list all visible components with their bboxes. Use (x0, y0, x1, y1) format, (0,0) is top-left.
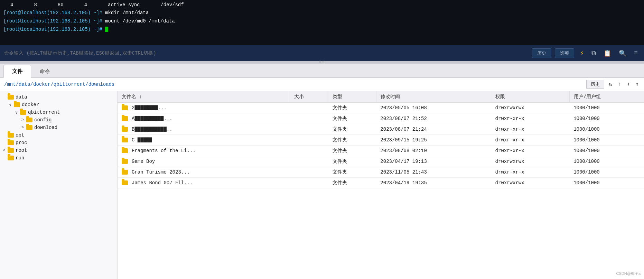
file-cell-用户/用户组: 1000/1000 (569, 178, 644, 188)
table-row[interactable]: Gran Turismo 2023...文件夹2023/11/05 21:43d… (118, 167, 644, 178)
table-row[interactable]: 2████████...文件夹2023/05/05 16:08drwxrwxrw… (118, 103, 644, 113)
tree-item-label: download (34, 125, 57, 130)
folder-icon (8, 95, 14, 100)
file-cell-修改时间: 2023/09/15 19:25 (376, 135, 491, 146)
path-input[interactable] (4, 82, 583, 87)
upload-icon[interactable]: ⬆ (634, 81, 640, 88)
file-name-cell[interactable]: James Bond 007 Fil... (118, 178, 290, 188)
folder-icon (122, 105, 128, 110)
table-row[interactable]: B███████████..文件夹2023/08/07 21:24drwxr-x… (118, 124, 644, 135)
tree-toggle[interactable]: ∨ (9, 102, 14, 108)
file-name-cell[interactable]: 2████████... (118, 103, 290, 113)
tree-item-run[interactable]: run (0, 154, 117, 162)
tree-item-qbittorrent[interactable]: ∨qbittorrent (0, 109, 117, 116)
folder-icon (8, 140, 14, 145)
terminal-header-col: 4 (10, 2, 13, 8)
file-cell-修改时间: 2023/08/07 21:24 (376, 124, 491, 135)
file-cell-大小 (290, 167, 328, 178)
file-table: 文件名 ↑大小类型修改时间权限用户/用户组 2████████...文件夹202… (118, 91, 644, 188)
file-cell-权限: drwxr-xr-x (491, 113, 570, 124)
file-cell-类型: 文件夹 (328, 167, 376, 178)
tree-item-opt[interactable]: opt (0, 131, 117, 139)
file-cell-修改时间: 2023/05/05 16:08 (376, 103, 491, 113)
file-cell-大小 (290, 146, 328, 156)
tree-item-download[interactable]: >download (0, 124, 117, 131)
copy-icon[interactable]: ⧉ (589, 50, 598, 57)
file-cell-权限: drwxr-xr-x (491, 135, 570, 146)
tree-toggle[interactable]: > (21, 125, 26, 130)
file-cell-用户/用户组: 1000/1000 (569, 146, 644, 156)
terminal-line: [root@localhost(192.168.2.105) ~]# mount… (3, 17, 641, 26)
file-table-header-权限[interactable]: 权限 (491, 91, 570, 103)
folder-icon (122, 138, 128, 142)
tree-toggle[interactable]: > (3, 148, 8, 153)
file-table-header-类型[interactable]: 类型 (328, 91, 376, 103)
tab-命令[interactable]: 命令 (31, 65, 59, 77)
file-table-header-修改时间[interactable]: 修改时间 (376, 91, 491, 103)
file-cell-修改时间: 2023/04/19 19:35 (376, 178, 491, 188)
tree-item-root[interactable]: >root (0, 147, 117, 154)
tree-item-label: root (16, 148, 27, 153)
tree-item-docker[interactable]: ∨docker (0, 101, 117, 109)
search-icon[interactable]: 🔍 (617, 49, 628, 57)
file-name-cell[interactable]: Gran Turismo 2023... (118, 167, 290, 178)
file-cell-权限: drwxrwxrwx (491, 156, 570, 167)
file-name-cell[interactable]: B███████████.. (118, 124, 290, 135)
file-cell-修改时间: 2023/04/17 19:13 (376, 156, 491, 167)
options-button[interactable]: 选项 (555, 48, 574, 58)
file-cell-大小 (290, 103, 328, 113)
file-cell-类型: 文件夹 (328, 156, 376, 167)
folder-icon (122, 148, 128, 153)
file-cell-大小 (290, 156, 328, 167)
command-bar: 历史 选项 ⚡ ⧉ 📋 🔍 ≡ (0, 45, 644, 61)
table-row[interactable]: Fragments of the Li...文件夹2023/08/08 02:1… (118, 146, 644, 156)
tree-toggle[interactable]: ∨ (15, 110, 20, 115)
up-icon[interactable]: ↑ (617, 81, 622, 87)
terminal-header-col: active sync (108, 2, 140, 8)
file-cell-用户/用户组: 1000/1000 (569, 167, 644, 178)
path-history-button[interactable]: 历史 (586, 80, 604, 89)
file-cell-权限: drwxrwxrwx (491, 178, 570, 188)
tree-item-proc[interactable]: proc (0, 139, 117, 147)
terminal-cursor (105, 27, 108, 32)
file-name-cell[interactable]: C █████ (118, 135, 290, 146)
terminal-line: [root@localhost(192.168.2.105) ~]# mkdir… (3, 9, 641, 17)
file-cell-用户/用户组: 1000/1000 (569, 103, 644, 113)
table-row[interactable]: Game Boy文件夹2023/04/17 19:13drwxrwxrwx100… (118, 156, 644, 167)
table-row[interactable]: James Bond 007 Fil...文件夹2023/04/19 19:35… (118, 178, 644, 188)
file-table-header-文件名 ↑[interactable]: 文件名 ↑ (118, 91, 290, 103)
more-icon[interactable]: ≡ (632, 50, 640, 57)
file-list-panel: 文件名 ↑大小类型修改时间权限用户/用户组 2████████...文件夹202… (118, 91, 644, 279)
tab-文件[interactable]: 文件 (3, 65, 31, 78)
file-cell-类型: 文件夹 (328, 113, 376, 124)
paste-icon[interactable]: 📋 (601, 49, 613, 57)
tabs-bar: 文件命令 (0, 64, 644, 78)
tree-item-data[interactable]: data (0, 93, 117, 101)
tree-toggle[interactable]: > (21, 118, 26, 122)
file-cell-用户/用户组: 1000/1000 (569, 156, 644, 167)
download-icon[interactable]: ⬇ (626, 81, 631, 88)
tree-item-label: config (34, 117, 52, 123)
file-table-header-用户/用户组[interactable]: 用户/用户组 (569, 91, 644, 103)
file-cell-大小 (290, 178, 328, 188)
file-name-text: Game Boy (132, 159, 155, 164)
refresh-icon[interactable]: ↻ (608, 81, 613, 88)
file-name-text: Gran Turismo 2023... (132, 169, 190, 175)
table-row[interactable]: C █████文件夹2023/09/15 19:25drwxr-xr-x1000… (118, 135, 644, 146)
lightning-icon[interactable]: ⚡ (578, 49, 586, 57)
file-cell-修改时间: 2023/08/07 21:52 (376, 113, 491, 124)
command-input[interactable] (4, 50, 529, 56)
history-button[interactable]: 历史 (532, 48, 551, 58)
table-row[interactable]: A██████████...文件夹2023/08/07 21:52drwxr-x… (118, 113, 644, 124)
file-cell-用户/用户组: 1000/1000 (569, 135, 644, 146)
terminal-header-col: /dev/sdf (160, 2, 184, 8)
file-table-header-大小[interactable]: 大小 (290, 91, 328, 103)
terminal-line: [root@localhost(192.168.2.105) ~]# (3, 26, 641, 34)
terminal-header: // Render header cols inline after JSON … (3, 2, 641, 9)
file-name-cell[interactable]: Fragments of the Li... (118, 146, 290, 156)
panel-divider[interactable]: ⠿⠿ (0, 61, 644, 64)
file-name-cell[interactable]: Game Boy (118, 156, 290, 167)
tree-item-config[interactable]: >config (0, 116, 117, 124)
file-name-cell[interactable]: A██████████... (118, 113, 290, 124)
terminal-prompt: [root@localhost(192.168.2.105) ~]# (3, 18, 105, 24)
